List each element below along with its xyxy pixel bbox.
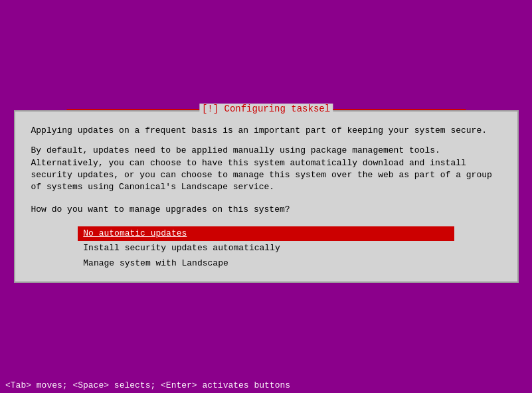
dialog-title: [!] Configuring tasksel <box>199 104 333 114</box>
description-block: Applying updates on a frequent basis is … <box>31 125 501 193</box>
question-text: How do you want to manage upgrades on th… <box>31 204 501 216</box>
title-line-right <box>333 109 466 110</box>
description-line-1: Applying updates on a frequent basis is … <box>31 125 501 137</box>
title-bar: [!] Configuring tasksel <box>66 104 466 114</box>
option-no-automatic-updates[interactable]: No automatic updates <box>78 226 454 241</box>
status-bar: <Tab> moves; <Space> selects; <Enter> ac… <box>0 378 532 393</box>
status-bar-text: <Tab> moves; <Space> selects; <Enter> ac… <box>5 380 290 390</box>
title-line-left <box>66 109 199 110</box>
dialog-container: [!] Configuring tasksel Applying updates… <box>14 110 519 283</box>
dialog-content: Applying updates on a frequent basis is … <box>15 112 517 281</box>
option-install-security-updates[interactable]: Install security updates automatically <box>78 241 454 256</box>
option-manage-with-landscape[interactable]: Manage system with Landscape <box>78 256 454 271</box>
screen: [!] Configuring tasksel Applying updates… <box>0 0 532 393</box>
options-list[interactable]: No automatic updates Install security up… <box>78 226 454 271</box>
description-line-2: By default, updates need to be applied m… <box>31 145 501 193</box>
